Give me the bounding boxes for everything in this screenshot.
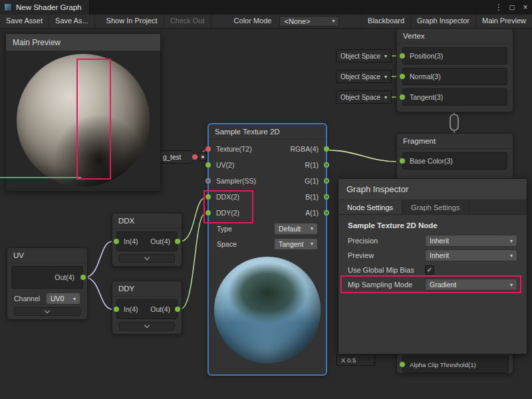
wire-uv-to-ddx[interactable] xyxy=(84,241,112,277)
position-label: Position(3) xyxy=(410,52,443,60)
maximize-button[interactable]: □ xyxy=(505,0,519,15)
ddy-in-port[interactable] xyxy=(114,307,119,312)
color-mode-label: Color Mode xyxy=(229,15,277,28)
ddx-in-label: In(4) xyxy=(124,237,138,245)
position-space-dropdown[interactable]: Object Space ▾ xyxy=(336,49,392,63)
ddx-collapse-button[interactable] xyxy=(119,254,175,263)
preview-dropdown[interactable]: Inherit ▾ xyxy=(425,249,517,261)
uv-out-port[interactable] xyxy=(80,275,86,280)
more-menu-button[interactable]: ⋮ xyxy=(492,0,505,15)
dot-icon xyxy=(201,156,204,158)
ddx-input-label: DDX(2) xyxy=(216,193,239,201)
type-dropdown[interactable]: Default ▾ xyxy=(274,223,318,235)
wire-ddy-to-sample[interactable] xyxy=(180,214,205,309)
position-port[interactable] xyxy=(400,53,405,59)
show-in-project-button[interactable]: Show In Project xyxy=(100,15,164,28)
g-output-port[interactable] xyxy=(324,178,329,184)
graph-inspector-title[interactable]: Graph Inspector xyxy=(338,179,527,200)
normal-port[interactable] xyxy=(400,74,405,79)
tab-node-settings[interactable]: Node Settings xyxy=(338,200,402,214)
shader-graph-icon xyxy=(4,3,12,11)
port-row: UV(2) R(1) xyxy=(209,157,326,173)
base-color-port[interactable] xyxy=(400,158,405,164)
main-preview-title[interactable]: Main Preview xyxy=(6,34,160,51)
uv-node-title: UV xyxy=(7,248,87,263)
uv-input-port[interactable] xyxy=(205,162,211,168)
main-preview-panel[interactable]: Main Preview xyxy=(5,33,161,192)
port-row: DDY(2) A(1) xyxy=(209,205,326,221)
ddx-input-port[interactable] xyxy=(205,194,211,200)
tangent-row: Tangent(3) xyxy=(402,88,507,106)
r-output-port[interactable] xyxy=(324,162,329,168)
property-label: g_test xyxy=(163,154,181,161)
type-label: Type xyxy=(217,225,232,233)
ddy-out-port[interactable] xyxy=(175,307,180,312)
tab-graph-settings[interactable]: Graph Settings xyxy=(402,200,469,214)
mip-mode-dropdown[interactable]: Gradient ▾ xyxy=(425,279,517,291)
graph-inspector-panel[interactable]: Graph Inspector Node Settings Graph Sett… xyxy=(338,178,527,354)
a-output-port[interactable] xyxy=(324,210,329,215)
tangent-port[interactable] xyxy=(400,94,405,100)
vertex-fragment-link-capsule[interactable] xyxy=(450,114,458,130)
ddy-collapse-button[interactable] xyxy=(119,322,175,331)
g-output-label: G(1) xyxy=(305,177,319,185)
wire-offscreen-left xyxy=(0,177,81,178)
chevron-down-icon: ▾ xyxy=(311,241,313,247)
chevron-down-icon: ▾ xyxy=(510,253,513,259)
property-expand-button[interactable] xyxy=(198,152,207,161)
wire-uv-to-ddy[interactable] xyxy=(84,277,112,309)
color-mode-dropdown[interactable]: <None> ▾ xyxy=(279,16,339,27)
close-button[interactable]: × xyxy=(519,0,532,15)
normal-space-dropdown[interactable]: Object Space ▾ xyxy=(336,70,392,83)
alpha-clip-port[interactable] xyxy=(400,362,405,367)
uv-input-label: UV(2) xyxy=(216,161,234,169)
rgba-output-port[interactable] xyxy=(324,146,329,152)
chevron-down-icon: ▾ xyxy=(332,17,334,26)
node-ddx[interactable]: DDX In(4) Out(4) xyxy=(112,213,182,267)
alpha-clip-value-field[interactable]: X 0.5 xyxy=(336,354,375,366)
uv-channel-dropdown[interactable]: UV0 ▾ xyxy=(46,293,80,305)
precision-dropdown[interactable]: Inherit ▾ xyxy=(425,235,517,247)
property-node-g-test[interactable]: g_test xyxy=(157,150,196,164)
ddx-out-port[interactable] xyxy=(175,239,180,244)
ddx-in-port[interactable] xyxy=(114,239,119,244)
shader-graph-canvas[interactable]: UV Out(4) Channel UV0 ▾ DDX In(4) Out(4)… xyxy=(0,0,532,399)
ddx-out-label: Out(4) xyxy=(150,237,170,245)
chevron-down-icon: ▾ xyxy=(73,296,76,302)
chevron-down-icon: ▾ xyxy=(384,74,387,80)
save-as-button[interactable]: Save As... xyxy=(49,15,95,28)
b-output-port[interactable] xyxy=(324,194,329,200)
node-ddy[interactable]: DDY In(4) Out(4) xyxy=(112,281,182,334)
blackboard-toggle-button[interactable]: Blackboard xyxy=(361,15,410,28)
sampler-input-port[interactable] xyxy=(205,178,211,184)
preview-row: Preview Inherit ▾ xyxy=(338,248,527,263)
window-title: New Shader Graph xyxy=(16,3,81,11)
main-preview-toggle-button[interactable]: Main Preview xyxy=(475,15,532,28)
ddy-input-port[interactable] xyxy=(205,210,211,215)
inspector-content: Sample Texture 2D Node Precision Inherit… xyxy=(338,215,527,292)
uv-collapse-button[interactable] xyxy=(14,307,80,316)
texture-input-port[interactable] xyxy=(205,146,211,152)
wire-rgba-to-basecolor[interactable] xyxy=(329,150,397,162)
toolbar-divider xyxy=(211,15,229,28)
node-vertex[interactable]: Vertex Position(3) Normal(3) Tangent(3) xyxy=(396,28,513,112)
node-uv[interactable]: UV Out(4) Channel UV0 ▾ xyxy=(7,247,88,320)
type-row: Type Default ▾ xyxy=(209,221,326,236)
sample-node-preview-sphere xyxy=(214,257,321,363)
space-dropdown[interactable]: Tangent ▾ xyxy=(274,238,318,250)
chevron-down-icon: ▾ xyxy=(384,53,387,59)
ddy-port-row: In(4) Out(4) xyxy=(116,299,178,319)
rgba-output-label: RGBA(4) xyxy=(290,145,319,153)
save-asset-button[interactable]: Save Asset xyxy=(0,15,49,28)
chevron-down-icon: ▾ xyxy=(311,225,313,231)
title-bar: New Shader Graph ⋮ □ × xyxy=(0,0,532,15)
tangent-space-dropdown[interactable]: Object Space ▾ xyxy=(336,90,392,104)
a-output-label: A(1) xyxy=(305,209,319,217)
property-output-port[interactable] xyxy=(192,154,198,160)
mip-bias-checkbox[interactable]: ✓ xyxy=(425,265,434,275)
check-out-button[interactable]: Check Out xyxy=(164,15,211,28)
tab-new-shader-graph[interactable]: New Shader Graph xyxy=(0,0,90,15)
chevron-down-icon: ▾ xyxy=(510,282,513,288)
node-sample-texture-2d[interactable]: Sample Texture 2D Texture(T2) RGBA(4) UV… xyxy=(208,124,327,375)
graph-inspector-toggle-button[interactable]: Graph Inspector xyxy=(410,15,475,28)
